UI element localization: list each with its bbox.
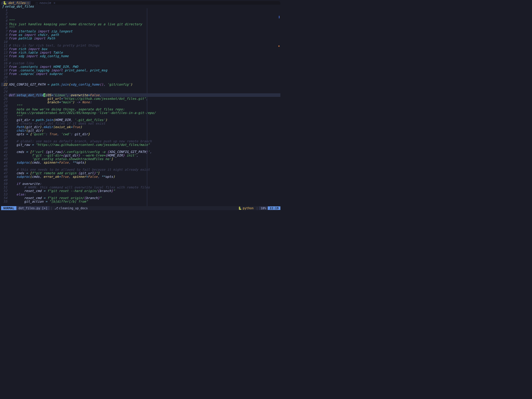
line-number: 21 (1, 79, 7, 83)
line-number: 47 (1, 171, 7, 175)
code-line[interactable]: from .constants import HOME_DIR, PWD (9, 65, 280, 69)
line-number: 51 (1, 186, 7, 189)
line-number: 33 (1, 122, 7, 125)
code-line[interactable]: """ (9, 19, 280, 22)
code-line[interactable] (9, 164, 280, 168)
code-line[interactable] (9, 79, 280, 83)
code-line[interactable]: f'git --git-dir={git_dir} --work-tree={H… (9, 154, 280, 157)
code-line[interactable]: git_action = "[b]differ[/b] from" (9, 200, 280, 203)
code-line[interactable]: git_url="https://github.com/jessebot/dot… (9, 97, 280, 100)
code-line[interactable] (9, 76, 280, 79)
code-line[interactable]: # global: use main as default branch, al… (9, 139, 280, 143)
tab-close-icon[interactable]: × (53, 1, 55, 5)
code-line[interactable]: from .console_logging import print_panel… (9, 69, 280, 72)
code-line[interactable]: from rich.table import Table (9, 51, 280, 54)
code-area[interactable]: """This just handles keeping your home d… (9, 8, 280, 206)
code-line[interactable]: from itertools import zip_longest (9, 30, 280, 33)
code-line[interactable]: opts = {'quiet': True, 'cwd': git_dir} (9, 132, 280, 136)
statusline: NORMAL dot_files.py [+] | ⎇ cleaning_up_… (1, 206, 280, 210)
line-number: 13 (1, 51, 7, 54)
line-number: 46 (1, 168, 7, 171)
tab-inactive[interactable]: ⬚ neovim × (34, 1, 57, 5)
code-line[interactable]: This just handles keeping your home dire… (9, 22, 280, 26)
code-line[interactable]: 'git config status.showUntrackedFiles no… (9, 157, 280, 161)
code-line[interactable]: chdir(git_dir) (9, 129, 280, 132)
line-number: 41 (1, 150, 7, 154)
code-line[interactable]: cmds = [f'curl {git_raw}/.config/git/con… (9, 150, 280, 154)
scrollbar-mark (279, 45, 279, 47)
line-number: 36 (1, 132, 7, 136)
code-line[interactable] (9, 147, 280, 150)
code-line[interactable]: """ (9, 115, 280, 118)
code-line[interactable]: https://probablerobot.net/2021/05/keepin… (9, 111, 280, 115)
code-line[interactable]: subproc(cmds, error_ok=True, spinner=Fal… (9, 175, 280, 178)
code-line[interactable]: from xdg import xdg_config_home (9, 54, 280, 58)
code-line[interactable]: """ (9, 104, 280, 108)
scroll-percent: 18% (259, 206, 268, 210)
cursor-position: 22:19 (268, 206, 280, 210)
code-line[interactable]: from .subproc import subproc (9, 72, 280, 76)
scrollbar-thumb[interactable] (279, 16, 279, 18)
line-number: 26 (1, 97, 7, 100)
modified-icon: ⬚ (27, 1, 29, 5)
line-number: 24 (1, 90, 7, 93)
python-icon: 🐍 (3, 1, 7, 5)
line-number: 38 (1, 139, 7, 143)
line-number: 53 (1, 193, 7, 196)
code-line[interactable]: cmds = [f"git remote add origin {git_url… (9, 171, 280, 175)
tabline: 🐍 dot_files ⬚ ⬚ neovim × (1, 1, 280, 5)
function-icon: ƒ (2, 5, 4, 8)
code-line[interactable]: git_raw = "https://raw.githubusercontent… (9, 143, 280, 147)
code-line[interactable]: git_dir = path.join(HOME_DIR, '.git_dot_… (9, 118, 280, 122)
line-number-gutter: 1234567891011121314151617181920212223242… (1, 8, 9, 206)
code-line[interactable]: note on how we're doing things, seperate… (9, 108, 280, 111)
code-line[interactable]: if overwrite: (9, 182, 280, 186)
code-line[interactable]: Path(git_dir).mkdir(exist_ok=True) (9, 125, 280, 129)
line-number: 30 (1, 111, 7, 115)
line-number: 50 (1, 182, 7, 186)
tab-icon: ⬚ (36, 1, 38, 5)
line-number: 39 (1, 143, 7, 147)
code-line[interactable]: reset_cmd = f"git reset origin/{branch}" (9, 196, 280, 200)
line-number: 27 (1, 100, 7, 104)
code-line[interactable]: """ (9, 26, 280, 30)
code-line[interactable] (9, 86, 280, 90)
code-line[interactable]: subproc(cmds, spinner=False, **opts) (9, 161, 280, 164)
code-line[interactable] (9, 90, 280, 93)
code-line[interactable]: # create ~/.git_dot_files if it does not… (9, 122, 280, 125)
code-line[interactable]: from pathlib import Path (9, 37, 280, 40)
tab-active[interactable]: 🐍 dot_files ⬚ (1, 1, 31, 5)
line-number: 45 (1, 164, 7, 168)
code-line[interactable]: from rich import box (9, 47, 280, 51)
code-line[interactable] (9, 136, 280, 139)
code-line[interactable]: XDG_CONFIG_GIT_PATH = path.join(xdg_conf… (9, 83, 280, 86)
branch-icon: ⎇ (55, 206, 58, 210)
code-line[interactable] (9, 40, 280, 44)
code-line[interactable]: # WARN: this command will overwrite loca… (9, 186, 280, 189)
cursor: s (43, 93, 45, 97)
line-number: 6 (1, 26, 7, 30)
editor[interactable]: 1234567891011121314151617181920212223242… (1, 8, 280, 206)
code-line[interactable] (9, 58, 280, 61)
code-line[interactable]: # this is for rich text, to pretty print… (9, 44, 280, 47)
line-number: 54 (1, 196, 7, 200)
code-line[interactable] (9, 178, 280, 182)
line-number: 14 (1, 54, 7, 58)
code-line[interactable]: from os import chdir, path (9, 33, 280, 37)
line-number: 8 (1, 33, 7, 37)
branch-name: cleaning_up_docs (59, 206, 88, 210)
line-number: 2 (1, 12, 7, 15)
line-number: 49 (1, 178, 7, 182)
code-line[interactable]: branch="main") -> None: (9, 100, 280, 104)
line-number: 11 (1, 44, 7, 47)
code-line[interactable]: else: (9, 193, 280, 196)
line-number: 32 (1, 118, 7, 122)
code-line[interactable]: reset_cmd = f"git reset --hard origin/{b… (9, 189, 280, 193)
line-number: 28 (1, 104, 7, 108)
code-line[interactable]: # this one needs to be allowed to fail b… (9, 168, 280, 171)
code-line[interactable]: # custom libs (9, 61, 280, 65)
python-icon: 🐍 (238, 206, 242, 210)
line-number: 25 (1, 93, 7, 97)
git-branch: ⎇ cleaning_up_docs (53, 206, 89, 210)
code-line[interactable]: def setup_dot_files(OS='Linux', overwrit… (9, 93, 280, 97)
